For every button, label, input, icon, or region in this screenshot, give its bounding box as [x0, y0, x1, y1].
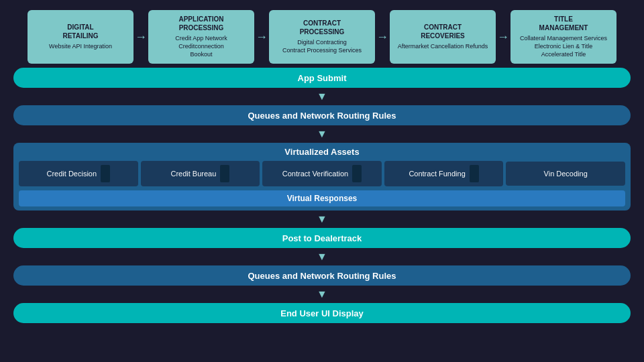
queues-routing-1-bar: Queues and Network Routing Rules	[13, 105, 631, 125]
arrow-1: →	[135, 30, 147, 44]
main-container: DIGITAL RETAILING Website API Integratio…	[3, 3, 641, 359]
virtual-item-block-1	[220, 165, 229, 182]
post-dealertrack-bar: Post to Dealertrack	[13, 228, 631, 248]
arrow-2: →	[256, 30, 268, 44]
process-box-sub-3: Aftermarket Cancellation Refunds	[398, 43, 488, 51]
arrow-down-3: ▼	[13, 215, 631, 224]
process-box-title-0: DIGITAL RETAILING	[62, 23, 98, 40]
end-user-ui-bar: End User UI Display	[13, 303, 631, 323]
virtual-item-block-2	[352, 165, 362, 182]
process-box-sub-1: Credit App Network Creditconnection Book…	[175, 35, 227, 58]
process-box-contract-recoveries: CONTRACT RECOVERIES Aftermarket Cancella…	[390, 10, 496, 64]
process-box-title-2: CONTRACT PROCESSING	[300, 19, 345, 36]
process-row: DIGITAL RETAILING Website API Integratio…	[13, 10, 631, 64]
virtual-item-credit-bureau: Credit Bureau	[141, 161, 260, 186]
virtual-item-vin-decoding: Vin Decoding	[506, 162, 625, 186]
process-box-sub-2: Digital Contracting Contract Processing …	[282, 39, 362, 54]
virtual-item-contract-funding: Contract Funding	[384, 161, 504, 186]
virtual-item-block-0	[101, 165, 110, 182]
virtual-items-row: Credit Decision Credit Bureau Contract V…	[19, 161, 625, 186]
process-box-title-management: TITLE MANAGEMENT Collateral Management S…	[511, 10, 616, 64]
virtualized-assets-title: Virtualized Assets	[19, 147, 625, 157]
process-box-contract-processing: CONTRACT PROCESSING Digital Contracting …	[269, 10, 375, 64]
process-box-sub-0: Website API Integration	[49, 43, 112, 51]
process-box-sub-4: Collateral Management Services Electroni…	[520, 35, 607, 58]
app-submit-bar: App Submit	[13, 68, 631, 88]
arrow-down-5: ▼	[13, 290, 631, 299]
arrow-down-2: ▼	[13, 129, 631, 139]
arrow-down-4: ▼	[13, 252, 631, 261]
process-box-application-processing: APPLICATION PROCESSING Credit App Networ…	[148, 10, 254, 64]
virtualized-assets-section: Virtualized Assets Credit Decision Credi…	[13, 143, 631, 210]
queues-routing-2-bar: Queues and Network Routing Rules	[13, 265, 631, 286]
virtual-item-contract-verification: Contract Verification	[262, 161, 382, 186]
arrow-down-1: ▼	[13, 92, 631, 101]
arrow-3: →	[376, 30, 388, 44]
arrow-4: →	[497, 30, 509, 44]
process-box-title-3: CONTRACT RECOVERIES	[421, 23, 465, 40]
process-box-digital-retailing: DIGITAL RETAILING Website API Integratio…	[28, 10, 133, 64]
virtual-responses-bar: Virtual Responses	[19, 190, 625, 206]
virtual-item-block-3	[470, 165, 479, 182]
process-box-title-4: TITLE MANAGEMENT	[539, 15, 588, 32]
virtual-item-credit-decision: Credit Decision	[19, 161, 138, 186]
process-box-title-1: APPLICATION PROCESSING	[178, 15, 223, 32]
